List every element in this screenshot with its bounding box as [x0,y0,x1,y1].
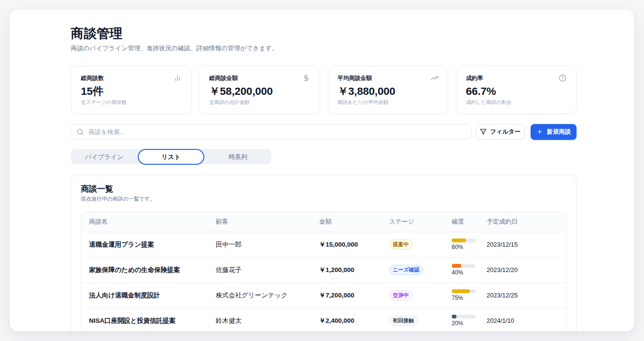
clock-icon [559,74,566,82]
deal-probability-cell: 40% [444,257,479,283]
deal-customer: 佐藤花子 [208,257,311,283]
stage-badge: ニーズ確認 [389,265,423,275]
table-header-row: 商談名 顧客 金額 ステージ 確度 予定成約日 [81,212,566,232]
probability-progress [452,239,476,242]
column-header-customer: 顧客 [208,212,311,232]
trending-up-icon [431,74,438,82]
probability-progress [452,315,476,318]
stat-card-average-amount: 平均商談金額 ￥3,880,000 商談あたりの平均金額 [328,66,448,114]
deal-probability-cell: 60% [444,232,479,257]
tab-list[interactable]: リスト [138,149,205,165]
probability-progress [452,289,476,293]
deal-table: 商談名 顧客 金額 ステージ 確度 予定成約日 退職金運用プラン提案 田中一郎 [81,212,566,331]
deal-list-subtitle: 現在進行中の商談の一覧です。 [81,195,566,203]
probability-progress-fill [452,239,466,242]
deal-name: NISA口座開設と投資信託提案 [81,308,208,331]
deal-stage-cell: 提案中 [381,232,444,257]
stat-desc: 全ステージの商談数 [81,99,181,105]
deal-amount: ￥2,400,000 [311,308,381,331]
probability-label: 60% [452,244,471,250]
new-deal-button-label: 新規商談 [547,128,571,136]
deal-name: 法人向け退職金制度設計 [81,283,208,308]
deal-amount: ￥7,200,000 [311,283,381,308]
deal-probability-cell: 20% [444,308,479,331]
tab-timeline[interactable]: 時系列 [204,149,271,165]
deal-table-wrap: 商談名 顧客 金額 ステージ 確度 予定成約日 退職金運用プラン提案 田中一郎 [81,212,566,331]
view-tabs: パイプライン リスト 時系列 [71,149,271,164]
column-header-close-date: 予定成約日 [479,212,566,232]
probability-label: 40% [452,269,471,276]
stat-label: 総商談数 [81,74,104,82]
stat-label: 成約率 [466,74,483,82]
deal-stage-cell: 初回接触 [381,308,444,331]
column-header-amount: 金額 [311,212,381,232]
page-title: 商談管理 [71,26,577,41]
probability-progress [452,264,476,268]
deal-close-date: 2024/1/10 [479,308,566,331]
stat-label: 平均商談金額 [338,74,372,82]
stat-card-total-deals: 総商談数 15件 全ステージの商談数 [71,66,191,114]
table-row[interactable]: NISA口座開設と投資信託提案 鈴木健太 ￥2,400,000 初回接触 20% [81,308,566,331]
deal-name: 退職金運用プラン提案 [81,232,208,257]
stat-value: ￥58,200,000 [209,85,310,97]
deal-close-date: 2023/12/20 [479,257,566,283]
stat-card-header: 成約率 [466,74,566,82]
filter-icon [480,128,487,135]
content-container: 商談管理 商談のパイプライン管理、進捗状況の確認、詳細情報の管理ができます。 総… [71,10,577,331]
stat-value: 66.7% [466,85,566,97]
column-header-stage: ステージ [381,212,444,232]
new-deal-button[interactable]: 新規商談 [531,124,577,140]
stat-card-header: 総商談数 [81,74,181,82]
stat-value: 15件 [81,85,181,97]
stat-card-header: 平均商談金額 [338,74,438,82]
dollar-icon [302,74,310,82]
stat-card-total-amount: 総商談金額 ￥58,200,000 全商談の合計金額 [199,66,320,114]
stat-value: ￥3,880,000 [338,85,438,97]
deal-amount: ￥15,000,000 [311,232,381,257]
stage-badge: 交渉中 [389,290,412,300]
table-row[interactable]: 家族保障のための生命保険提案 佐藤花子 ￥1,200,000 ニーズ確認 40% [81,257,566,283]
table-row[interactable]: 退職金運用プラン提案 田中一郎 ￥15,000,000 提案中 60% [81,232,566,257]
filter-button-label: フィルター [490,128,521,136]
stage-badge: 提案中 [389,239,412,250]
stat-desc: 全商談の合計金額 [209,99,310,105]
deal-stage-cell: 交渉中 [381,283,444,308]
probability-label: 75% [452,295,471,301]
probability-label: 20% [452,320,471,327]
stats-row: 総商談数 15件 全ステージの商談数 総商談金額 ￥58,200,000 全商談… [71,66,577,114]
stat-label: 総商談金額 [209,74,238,82]
probability-progress-fill [452,264,461,268]
bar-chart-icon [174,74,181,82]
deal-close-date: 2023/12/25 [479,283,566,308]
stat-desc: 商談あたりの平均金額 [338,99,438,105]
page-card: 商談管理 商談のパイプライン管理、進捗状況の確認、詳細情報の管理ができます。 総… [10,10,634,331]
toolbar: フィルター 新規商談 [71,124,577,140]
deal-amount: ￥1,200,000 [311,257,381,283]
stage-badge: 初回接触 [389,316,418,326]
page-subtitle: 商談のパイプライン管理、進捗状況の確認、詳細情報の管理ができます。 [71,44,577,53]
search-input[interactable] [71,124,472,139]
column-header-name: 商談名 [81,212,208,232]
deal-customer: 鈴木健太 [208,308,311,331]
search-icon [77,128,84,136]
deal-list-card: 商談一覧 現在進行中の商談の一覧です。 商談名 顧客 金額 ステージ 確度 [71,175,577,331]
deal-probability-cell: 75% [444,283,479,308]
filter-button[interactable]: フィルター [476,124,525,139]
probability-progress-fill [452,289,470,293]
deal-close-date: 2023/12/15 [479,232,566,257]
deal-name: 家族保障のための生命保険提案 [81,257,208,283]
deal-stage-cell: ニーズ確認 [381,257,444,283]
probability-progress-fill [452,315,456,318]
plus-icon [536,128,543,135]
stat-card-win-rate: 成約率 66.7% 成約した商談の割合 [456,66,577,114]
search-box [71,124,472,139]
deal-customer: 株式会社グリーンテック [208,283,311,308]
stat-desc: 成約した商談の割合 [466,99,566,105]
column-header-probability: 確度 [444,212,479,232]
tab-pipeline[interactable]: パイプライン [71,149,138,165]
deal-customer: 田中一郎 [208,232,311,257]
deal-list-title: 商談一覧 [81,184,566,194]
stat-card-header: 総商談金額 [209,74,310,82]
table-row[interactable]: 法人向け退職金制度設計 株式会社グリーンテック ￥7,200,000 交渉中 7… [81,283,566,308]
